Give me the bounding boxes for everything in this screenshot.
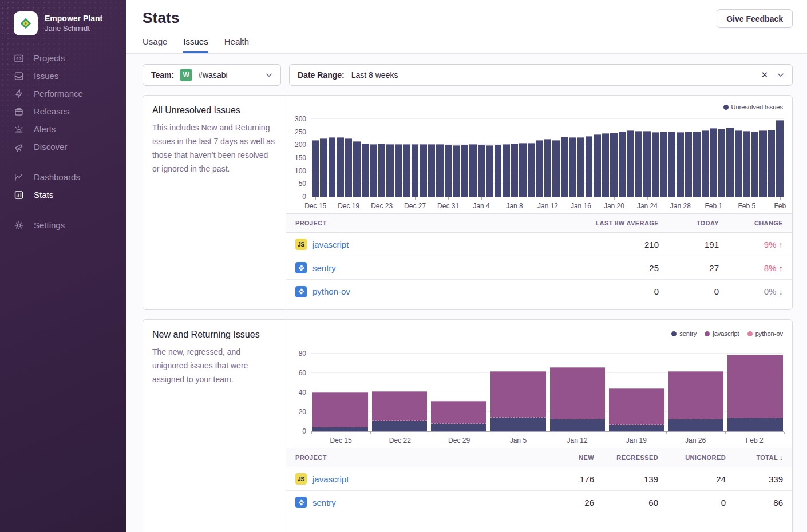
legend-dot-icon: [671, 331, 677, 336]
x-axis-tick-label: Dec 31: [437, 202, 459, 210]
tab-health[interactable]: Health: [224, 37, 249, 53]
legend-dot-icon: [705, 331, 710, 336]
chart-legend: sentryjavascriptpython-ov: [671, 330, 783, 337]
table-row: sentry2660086: [286, 491, 792, 514]
y-axis-tick-label: 300: [295, 116, 306, 122]
javascript-segment: [727, 355, 783, 418]
clear-icon[interactable]: ✕: [761, 70, 768, 80]
project-link[interactable]: javascript: [312, 474, 349, 484]
sidebar-item-discover[interactable]: Discover: [0, 138, 126, 156]
sidebar-item-issues[interactable]: Issues: [0, 67, 126, 85]
project-link[interactable]: sentry: [312, 498, 336, 507]
filter-row: Team: W #wasabi Date Range: Last 8 weeks…: [143, 64, 793, 86]
date-range-select[interactable]: Date Range: Last 8 weeks ✕: [289, 64, 793, 86]
y-axis-tick-label: 100: [295, 168, 306, 174]
bar: [586, 136, 592, 197]
stacked-bar: [490, 346, 546, 431]
x-axis-tick: [647, 197, 648, 200]
card-description: This includes New and Returning issues i…: [152, 121, 275, 176]
bar: [445, 145, 452, 197]
project-cell: JSjavascript: [295, 473, 534, 485]
stacked-bar: [668, 346, 724, 431]
column-header[interactable]: NEW: [534, 454, 594, 461]
bar: [718, 129, 725, 197]
x-axis-tick: [448, 197, 449, 200]
x-axis-tick-label: Feb 2: [746, 436, 764, 444]
sentry-segment: [727, 418, 783, 431]
change-cell: 9% ↑: [719, 240, 783, 249]
y-axis-tick-label: 80: [299, 350, 306, 357]
x-axis-tick: [349, 197, 349, 200]
legend-dot-icon: [747, 331, 753, 336]
bar: [486, 145, 493, 197]
project-cell: python-ov: [295, 286, 550, 297]
column-header[interactable]: TOTAL↓: [726, 454, 783, 461]
chart-x-axis: Dec 15Dec 19Dec 23Dec 27Dec 31Jan 4Jan 8…: [311, 197, 784, 213]
value-cell: 26: [534, 498, 594, 507]
bar: [693, 132, 700, 197]
legend-item: Unresolved Issues: [723, 104, 784, 110]
x-axis-tick-label: Feb: [774, 202, 786, 210]
x-axis-tick: [614, 197, 615, 200]
bar: [453, 145, 460, 197]
tab-usage[interactable]: Usage: [143, 37, 167, 53]
x-axis-tick-label: Jan 8: [506, 202, 523, 210]
org-header[interactable]: Empower Plant Jane Schmidt: [0, 0, 126, 35]
x-axis-tick: [415, 197, 416, 200]
column-header[interactable]: LAST 8W AVERAGE: [550, 220, 659, 227]
x-axis-tick-label: Dec 15: [304, 202, 326, 210]
x-axis-tick-label: Feb 5: [738, 202, 755, 210]
stacked-bar-series: [311, 346, 784, 431]
bar: [726, 128, 733, 197]
give-feedback-button[interactable]: Give Feedback: [717, 9, 793, 28]
project-link[interactable]: python-ov: [312, 287, 350, 296]
y-axis-tick-label: 0: [302, 428, 306, 435]
table-header-row: PROJECTNEWREGRESSEDUNIGNOREDTOTAL↓: [286, 448, 792, 467]
sidebar-item-alerts[interactable]: Alerts: [0, 120, 126, 138]
sidebar-item-settings[interactable]: Settings: [0, 216, 126, 234]
legend-label: python-ov: [755, 330, 783, 337]
column-header[interactable]: REGRESSED: [594, 454, 658, 461]
column-header[interactable]: TODAY: [659, 220, 719, 227]
x-axis-tick: [311, 432, 312, 434]
sidebar-item-label: Dashboards: [34, 172, 80, 182]
x-axis-tick-label: Jan 4: [473, 202, 489, 210]
bar: [395, 144, 402, 197]
stacked-bar: [609, 346, 664, 431]
x-axis-tick: [489, 432, 489, 434]
tab-issues[interactable]: Issues: [183, 37, 208, 53]
x-axis-tick: [780, 197, 781, 200]
sidebar-item-releases[interactable]: Releases: [0, 102, 126, 120]
bar: [536, 140, 543, 197]
x-axis-tick: [315, 197, 316, 200]
project-cell: sentry: [295, 497, 534, 508]
value-cell: 176: [534, 474, 594, 484]
chart-plot: 050100150200250300: [311, 104, 784, 197]
sentry-segment: [372, 420, 428, 431]
sidebar-item-stats[interactable]: Stats: [0, 186, 126, 204]
y-axis-tick-label: 20: [299, 408, 306, 415]
card-info-panel: All Unresolved Issues This includes New …: [143, 96, 286, 309]
bar: [751, 132, 758, 197]
bar: [776, 120, 783, 197]
project-link[interactable]: sentry: [312, 263, 336, 273]
sidebar-item-performance[interactable]: Performance: [0, 85, 126, 102]
column-header[interactable]: CHANGE: [719, 220, 783, 227]
team-select[interactable]: Team: W #wasabi: [143, 64, 281, 86]
discover-icon: [14, 142, 24, 152]
project-link[interactable]: javascript: [312, 240, 349, 249]
bar: [378, 144, 385, 197]
sidebar-item-projects[interactable]: Projects: [0, 49, 126, 67]
sort-descending-icon: ↓: [780, 454, 783, 461]
project-cell: JSjavascript: [295, 239, 550, 250]
bar: [643, 131, 650, 197]
column-header[interactable]: UNIGNORED: [658, 454, 726, 461]
sidebar-item-dashboards[interactable]: Dashboards: [0, 168, 126, 186]
bar: [610, 133, 617, 197]
dashboards-icon: [14, 172, 24, 182]
team-avatar: W: [180, 69, 192, 81]
date-range-label: Date Range:: [298, 70, 345, 80]
value-cell: 25: [550, 263, 659, 273]
x-axis-tick-label: Dec 22: [389, 436, 411, 444]
performance-icon: [14, 89, 24, 99]
